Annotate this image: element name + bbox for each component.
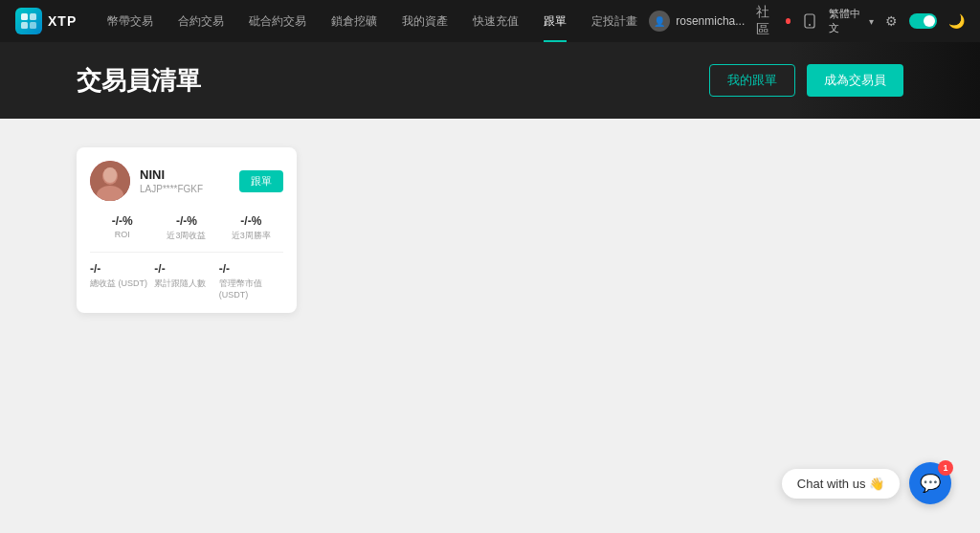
chat-label: Chat with us 👋 <box>782 469 900 499</box>
svg-rect-0 <box>21 13 28 20</box>
stat-roi-value: -/-% <box>90 214 154 228</box>
stat-total-profit-value: -/- <box>90 262 154 276</box>
stat-followers: -/- 累計跟隨人數 <box>154 262 218 300</box>
svg-point-9 <box>103 167 117 183</box>
trader-avatar <box>90 161 130 201</box>
become-trader-button[interactable]: 成為交易員 <box>807 64 903 97</box>
trader-card: NINI LAJP****FGKF 跟單 -/-% ROI -/-% 近3周收益… <box>77 147 297 313</box>
stat-win-rate: -/-% 近3周勝率 <box>219 214 283 242</box>
page-title: 交易員清單 <box>77 64 709 98</box>
logo-area[interactable]: XTP <box>15 8 77 34</box>
chat-button[interactable]: 💬 1 <box>909 462 951 504</box>
trader-id: LAJP****FGKF <box>140 184 230 194</box>
card-header: NINI LAJP****FGKF 跟單 <box>90 161 283 201</box>
stat-total-profit: -/- 總收益 (USDT) <box>90 262 154 300</box>
settings-icon[interactable]: ⚙ <box>885 13 898 29</box>
user-info[interactable]: 👤 rosenmicha... <box>649 11 745 32</box>
nav-item-options[interactable]: 砒合約交易 <box>237 0 318 42</box>
chat-badge: 1 <box>938 460 953 476</box>
chevron-down-icon: ▾ <box>869 16 874 27</box>
stat-weekly-return-value: -/-% <box>154 214 218 228</box>
stat-aum-value: -/- <box>219 262 283 276</box>
language-text: 繁體中文 <box>829 7 866 35</box>
stat-weekly-return-label: 近3周收益 <box>154 230 218 242</box>
nav-item-dca[interactable]: 定投計畫 <box>580 0 649 42</box>
svg-point-5 <box>809 24 811 26</box>
mobile-icon[interactable] <box>802 13 817 29</box>
stat-total-profit-label: 總收益 (USDT) <box>90 278 154 290</box>
my-orders-button[interactable]: 我的跟單 <box>709 64 795 97</box>
notification-dot <box>786 18 791 24</box>
stat-win-rate-value: -/-% <box>219 214 283 228</box>
nav-item-deposit[interactable]: 快速充值 <box>461 0 530 42</box>
svg-rect-2 <box>21 22 28 29</box>
card-stats-top: -/-% ROI -/-% 近3周收益 -/-% 近3周勝率 <box>90 214 283 253</box>
follow-button[interactable]: 跟單 <box>239 170 283 192</box>
svg-rect-1 <box>30 13 36 20</box>
stat-weekly-return: -/-% 近3周收益 <box>154 214 218 242</box>
stat-roi-label: ROI <box>90 230 154 239</box>
trader-info: NINI LAJP****FGKF <box>140 167 230 194</box>
community-label: 社區 <box>756 4 780 38</box>
top-navigation: XTP 幣帶交易 合約交易 砒合約交易 鎖倉挖礦 我的資產 快速充值 跟單 定投… <box>0 0 980 42</box>
chat-widget: Chat with us 👋 💬 1 <box>782 462 951 504</box>
logo-text: XTP <box>48 13 77 29</box>
nav-item-assets[interactable]: 我的資產 <box>390 0 459 42</box>
stat-followers-label: 累計跟隨人數 <box>154 278 218 290</box>
language-selector[interactable]: 繁體中文 ▾ <box>829 7 874 35</box>
theme-toggle[interactable] <box>909 13 937 29</box>
stat-win-rate-label: 近3周勝率 <box>219 230 283 242</box>
svg-rect-3 <box>30 22 36 29</box>
subheader: 交易員清單 我的跟單 成為交易員 <box>0 42 980 119</box>
stat-roi: -/-% ROI <box>90 214 154 242</box>
community-btn[interactable]: 社區 <box>756 4 791 38</box>
trader-name: NINI <box>140 167 230 182</box>
nav-right: 👤 rosenmicha... 社區 繁體中文 ▾ ⚙ 🌙 <box>649 4 965 38</box>
stat-aum-label: 管理幣市值 (USDT) <box>219 278 283 300</box>
chat-icon: 💬 <box>920 473 941 494</box>
nav-item-spot[interactable]: 幣帶交易 <box>96 0 165 42</box>
nav-links: 幣帶交易 合約交易 砒合約交易 鎖倉挖礦 我的資產 快速充值 跟單 定投計畫 <box>96 0 649 42</box>
user-avatar: 👤 <box>649 11 670 32</box>
nav-item-futures[interactable]: 合約交易 <box>167 0 235 42</box>
nav-item-mining[interactable]: 鎖倉挖礦 <box>320 0 389 42</box>
nav-item-copy[interactable]: 跟單 <box>532 0 578 42</box>
stat-followers-value: -/- <box>154 262 218 276</box>
dark-mode-icon[interactable]: 🌙 <box>948 13 965 29</box>
card-stats-bottom: -/- 總收益 (USDT) -/- 累計跟隨人數 -/- 管理幣市值 (USD… <box>90 262 283 300</box>
username: rosenmicha... <box>676 14 745 28</box>
subheader-buttons: 我的跟單 成為交易員 <box>709 64 903 97</box>
stat-aum: -/- 管理幣市值 (USDT) <box>219 262 283 300</box>
logo-icon <box>15 8 42 34</box>
